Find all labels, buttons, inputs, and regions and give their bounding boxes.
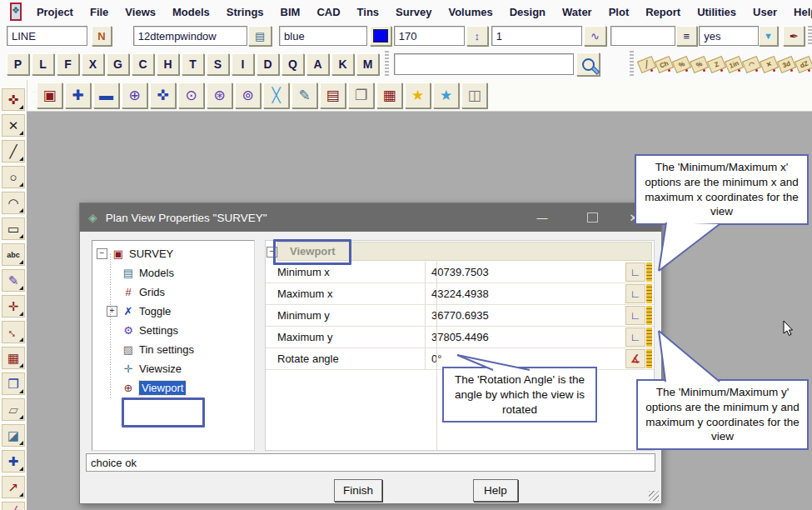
tree-item-label[interactable]: Models [139, 267, 174, 279]
zoom-previous-icon[interactable]: ⊚ [235, 82, 261, 108]
tree-item-label[interactable]: Viewsize [139, 362, 182, 375]
menu-item[interactable]: Survey [387, 6, 440, 18]
maximize-button[interactable] [578, 203, 606, 232]
weight-pick-icon[interactable]: ∿ [584, 26, 607, 46]
cad-percent-icon[interactable]: % [690, 54, 707, 74]
tree-item-label[interactable]: Grids [139, 286, 165, 298]
coordinate-pick-icon[interactable]: ∡ [625, 349, 645, 368]
shared-star-icon[interactable]: ★ [433, 82, 459, 108]
tree-collapse-box[interactable]: − [97, 248, 107, 259]
create-line-icon[interactable]: ╱ [2, 140, 25, 162]
measure-icon[interactable]: ↔ [2, 321, 25, 343]
snap-toggle-button[interactable]: M [356, 53, 379, 75]
point-line-icon[interactable]: ↗ [2, 476, 25, 498]
cad-chainage-icon[interactable]: Ch [655, 54, 672, 74]
zoom-all-icon[interactable]: ⊛ [207, 82, 232, 108]
menu-item[interactable]: Design [501, 6, 554, 18]
property-value-input[interactable]: 37805.4496 [425, 327, 625, 348]
weight-input[interactable]: 1 [491, 26, 582, 46]
snap-toggle-button[interactable]: D [257, 53, 279, 75]
tree-item[interactable]: + ✗ Toggle [92, 302, 254, 321]
snap-toggle-button[interactable]: X [82, 53, 104, 75]
menu-item[interactable]: Help [785, 6, 812, 18]
menu-item[interactable]: BIM [272, 6, 309, 18]
snap-toggle-button[interactable]: I [232, 53, 254, 75]
move-icon[interactable]: ✚ [2, 450, 25, 472]
create-arc-icon[interactable]: ◠ [2, 192, 25, 214]
colour-input[interactable]: blue [279, 26, 367, 46]
zoom-in-out-icon[interactable]: ⊙ [178, 82, 204, 108]
tree-item[interactable]: # Grids [92, 282, 254, 302]
cad-dz-icon[interactable]: dZ [795, 54, 812, 74]
menu-item[interactable]: Project [28, 6, 82, 18]
minimize-button[interactable]: — [528, 203, 556, 232]
add-view-icon[interactable]: ✚ [65, 82, 91, 108]
menu-item[interactable]: Report [637, 6, 689, 18]
draw-pencil-icon[interactable]: ✎ [2, 269, 25, 292]
snap-toggle-button[interactable]: L [32, 53, 54, 75]
menu-item[interactable]: User [745, 6, 785, 18]
help-button[interactable]: Help [473, 479, 518, 502]
save-view-icon[interactable]: ▣ [37, 82, 62, 108]
favourite-star-icon[interactable]: ★ [405, 82, 431, 108]
snap-toggle-button[interactable]: C [132, 53, 154, 75]
toolbar-grip[interactable] [630, 51, 634, 78]
create-rectangle-icon[interactable]: ▭ [2, 218, 25, 240]
menu-item[interactable]: Water [554, 6, 600, 18]
linestyle-input[interactable]: LINE [7, 26, 87, 46]
property-value-input[interactable]: 36770.6935 [425, 305, 625, 326]
copy-view-icon[interactable]: ❐ [348, 82, 374, 108]
coordinate-pick-icon[interactable]: ∟ [625, 328, 645, 347]
attribute-picker-icon[interactable]: ✒ [783, 26, 805, 46]
toolbar-grip[interactable] [808, 26, 812, 46]
coordinate-pick-icon[interactable]: ∟ [625, 306, 645, 325]
resize-grip[interactable] [649, 491, 659, 501]
menu-item[interactable]: Plot [600, 6, 638, 18]
snap-toggle-button[interactable]: F [57, 53, 79, 75]
cad-z-icon[interactable]: Z [708, 54, 725, 74]
snap-toggle-button[interactable]: T [182, 53, 204, 75]
snap-toggle-button[interactable]: S [207, 53, 229, 75]
cad-arc-icon[interactable]: ◠ [743, 54, 760, 74]
copy-element-icon[interactable]: ❐ [2, 372, 25, 395]
trim-polygon-icon[interactable]: ▱ [2, 398, 25, 421]
snap-toggle-button[interactable]: A [306, 53, 329, 75]
redraw-brush-icon[interactable]: ✎ [291, 82, 317, 108]
snap-toggle-button[interactable]: P [7, 53, 29, 75]
property-value-input[interactable]: 40739.7503 [425, 262, 625, 282]
menu-item[interactable]: Volumes [440, 6, 501, 18]
tree-item[interactable]: ✛ Viewsize [92, 359, 254, 378]
print-icon[interactable]: ▤ [320, 82, 346, 108]
string-colours-icon[interactable]: ╱ [2, 502, 25, 510]
models-list-icon[interactable]: ▤ [248, 26, 271, 46]
create-circle-icon[interactable]: ○ [2, 166, 25, 188]
menu-item[interactable]: Tins [349, 6, 388, 18]
coordinate-pick-icon[interactable]: ∟ [625, 284, 645, 303]
colour-swatch[interactable] [370, 26, 391, 46]
strings-cross-icon[interactable]: ✕ [2, 114, 25, 137]
menu-item[interactable]: File [82, 6, 117, 18]
tree-root-label[interactable]: SURVEY [129, 248, 173, 260]
cad-cross-icon[interactable]: ✕ [760, 54, 777, 74]
menu-item[interactable]: Models [164, 6, 218, 18]
style-input[interactable] [610, 26, 675, 46]
tinable-input[interactable]: yes [699, 26, 758, 46]
menu-item[interactable]: Strings [218, 6, 272, 18]
pan-icon[interactable]: ✜ [150, 82, 176, 108]
create-text-icon[interactable]: abc [2, 243, 25, 266]
tree-item[interactable]: ▨ Tin settings [92, 340, 254, 359]
tree-item-label[interactable]: Toggle [139, 305, 171, 318]
cad-1in-icon[interactable]: 1in [725, 54, 742, 74]
tree-expand-box[interactable]: + [107, 306, 117, 317]
height-input[interactable]: 170 [394, 26, 465, 46]
style-list-icon[interactable]: ≡ [676, 26, 698, 46]
tree-item-label[interactable]: Tin settings [139, 343, 194, 356]
tree-item[interactable]: ⊕ Viewport [92, 378, 254, 398]
toolbar-grip[interactable] [385, 51, 389, 78]
tree-item-label[interactable]: Viewport [139, 381, 186, 395]
height-pick-icon[interactable]: ↕ [466, 26, 488, 46]
cad-3d-icon[interactable]: 3d [778, 54, 795, 74]
search-button[interactable] [576, 52, 600, 76]
tinable-dropdown[interactable]: ▼ [759, 26, 779, 46]
coordinate-pick-icon[interactable]: ∟ [625, 262, 645, 282]
